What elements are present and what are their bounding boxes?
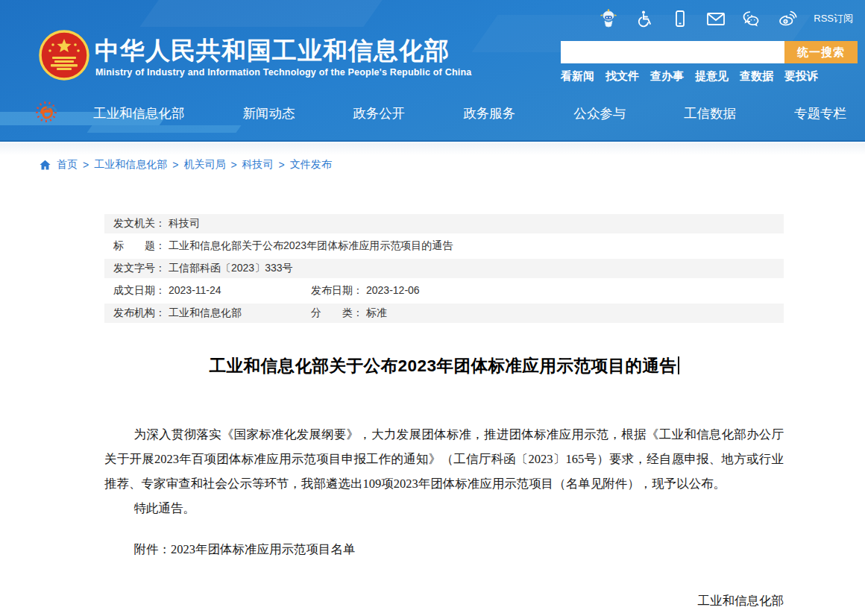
- nav-item-5[interactable]: 工信数据: [684, 104, 736, 122]
- signer-name: 工业和信息化部: [104, 590, 784, 612]
- meta-value: 工业和信息化部关于公布2023年团体标准应用示范项目的通告: [169, 239, 453, 251]
- breadcrumb-separator: >: [230, 159, 236, 171]
- meta-label: 发布机构：: [113, 307, 166, 318]
- meta-row: 成文日期：2023-11-24发布日期：2023-12-06: [104, 281, 784, 301]
- mobile-icon[interactable]: [670, 9, 690, 28]
- weibo-icon[interactable]: [778, 9, 797, 28]
- breadcrumb-item-4: 文件发布: [290, 158, 332, 172]
- quick-link-0[interactable]: 看新闻: [561, 69, 594, 84]
- meta-label: 成文日期：: [113, 284, 166, 296]
- nav-item-6[interactable]: 专题专栏: [794, 104, 846, 122]
- nav-item-2[interactable]: 政务公开: [353, 104, 405, 122]
- quick-link-5[interactable]: 要投诉: [784, 69, 818, 84]
- meta-row: 发文机关：科技司: [104, 214, 784, 233]
- national-emblem-logo: [39, 30, 89, 81]
- meta-value: 标准: [366, 307, 387, 318]
- document-area: 发文机关：科技司标 题：工业和信息化部关于公布2023年团体标准应用示范项目的通…: [104, 214, 784, 616]
- page: RSS订阅 中华人民共和国工业和信息化部 Ministry of Industr…: [0, 0, 865, 616]
- header-quick-links: 看新闻找文件查办事提意见查数据要投诉: [561, 69, 818, 84]
- doc-paragraph-0: 为深入贯彻落实《国家标准化发展纲要》，大力发展团体标准，推进团体标准应用示范，根…: [104, 422, 784, 496]
- doc-paragraph-1: 特此通告。: [104, 496, 784, 521]
- site-header: RSS订阅 中华人民共和国工业和信息化部 Ministry of Industr…: [0, 0, 865, 142]
- breadcrumb-separator: >: [83, 159, 89, 171]
- meta-label: 发文字号：: [113, 262, 166, 274]
- mascot-icon[interactable]: [599, 9, 618, 28]
- text-cursor: [678, 356, 679, 374]
- meta-label: 分 类：: [311, 307, 363, 318]
- meta-cell: 分 类：标准: [302, 307, 784, 320]
- nav-item-4[interactable]: 公众参与: [573, 104, 626, 122]
- meta-row: 标 题：工业和信息化部关于公布2023年团体标准应用示范项目的通告: [104, 236, 784, 256]
- meta-cell: 发文机关：科技司: [104, 217, 784, 230]
- nav-item-1[interactable]: 新闻动态: [242, 104, 295, 122]
- meta-value: 2023-12-06: [366, 284, 420, 296]
- breadcrumb: 首页>工业和信息化部>机关司局>科技司>文件发布: [39, 158, 332, 172]
- search-input[interactable]: [561, 41, 784, 63]
- breadcrumb-item-0[interactable]: 首页: [57, 158, 78, 172]
- attachment-line: 附件：2023年团体标准应用示范项目名单: [104, 537, 784, 562]
- meta-table: 发文机关：科技司标 题：工业和信息化部关于公布2023年团体标准应用示范项目的通…: [104, 214, 784, 323]
- meta-row: 发文字号：工信部科函〔2023〕333号: [104, 259, 784, 278]
- main-nav: 工业和信息化部新闻动态政务公开政务服务公众参与工信数据专题专栏: [93, 98, 846, 128]
- breadcrumb-item-1[interactable]: 工业和信息化部: [94, 158, 167, 172]
- meta-cell: 标 题：工业和信息化部关于公布2023年团体标准应用示范项目的通告: [104, 239, 784, 253]
- meta-label: 发布日期：: [311, 284, 363, 296]
- rss-subscribe-link[interactable]: RSS订阅: [814, 12, 853, 25]
- doc-paragraphs: 为深入贯彻落实《国家标准化发展纲要》，大力发展团体标准，推进团体标准应用示范，根…: [104, 422, 784, 521]
- topbar: RSS订阅: [599, 9, 853, 28]
- meta-cell: 发文字号：工信部科函〔2023〕333号: [104, 262, 784, 275]
- breadcrumb-item-2[interactable]: 机关司局: [183, 158, 225, 172]
- quick-link-2[interactable]: 查办事: [650, 69, 684, 84]
- signature-block: 工业和信息化部 2023年11月24日: [104, 590, 784, 616]
- meta-value: 2023-11-24: [169, 284, 221, 296]
- nav-item-0[interactable]: 工业和信息化部: [93, 104, 185, 122]
- header-decoration: [139, 0, 382, 27]
- meta-value: 工业和信息化部: [169, 307, 242, 318]
- breadcrumb-separator: >: [279, 159, 285, 171]
- signature-date: 2023年11月24日: [104, 612, 784, 616]
- meta-row: 发布机构：工业和信息化部分 类：标准: [104, 304, 784, 323]
- mail-icon[interactable]: [706, 9, 726, 28]
- breadcrumb-item-3[interactable]: 科技司: [242, 158, 274, 172]
- meta-cell: 发布日期：2023-12-06: [302, 284, 784, 298]
- meta-value: 科技司: [169, 217, 200, 229]
- quick-link-4[interactable]: 查数据: [740, 69, 773, 84]
- search-bar: 统一搜索: [561, 41, 858, 63]
- quick-link-1[interactable]: 找文件: [606, 69, 639, 84]
- header-shadow-band: [0, 143, 865, 155]
- meta-cell: 发布机构：工业和信息化部: [104, 307, 302, 320]
- accessibility-icon[interactable]: [635, 9, 654, 28]
- breadcrumb-separator: >: [172, 159, 178, 171]
- breadcrumb-items: 首页>工业和信息化部>机关司局>科技司>文件发布: [57, 158, 332, 172]
- home-icon[interactable]: [39, 159, 51, 171]
- search-button[interactable]: 统一搜索: [784, 41, 858, 63]
- site-title: 中华人民共和国工业和信息化部: [95, 34, 450, 68]
- document-title: 工业和信息化部关于公布2023年团体标准应用示范项目的通告: [104, 354, 784, 377]
- miit-swirl-logo: [34, 99, 60, 125]
- nav-item-3[interactable]: 政务服务: [463, 104, 515, 122]
- site-subtitle: Ministry of Industry and Information Tec…: [95, 67, 471, 78]
- quick-link-3[interactable]: 提意见: [695, 69, 729, 84]
- meta-value: 工信部科函〔2023〕333号: [169, 262, 293, 274]
- meta-label: 发文机关：: [113, 217, 166, 229]
- meta-label: 标 题：: [113, 239, 166, 251]
- wechat-icon[interactable]: [742, 9, 761, 28]
- meta-cell: 成文日期：2023-11-24: [104, 284, 302, 298]
